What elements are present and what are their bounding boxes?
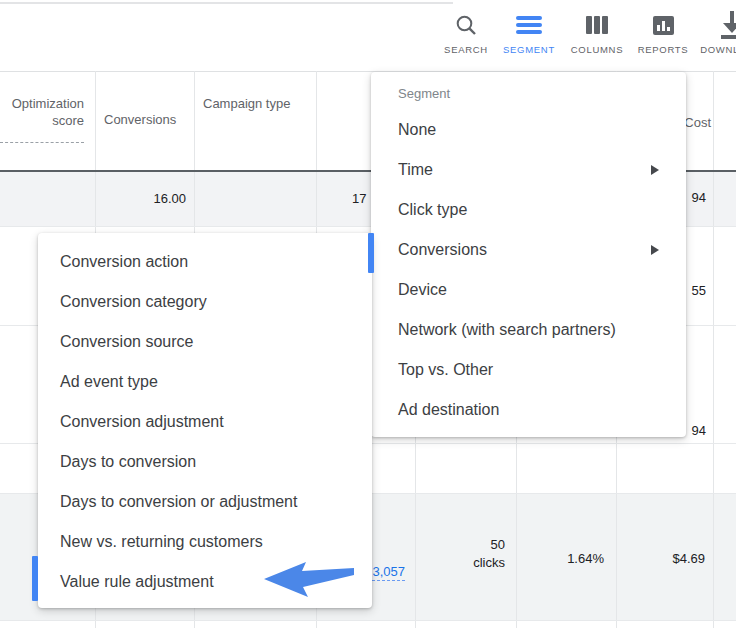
segment-label: SEGMENT — [503, 44, 555, 55]
columns-icon — [585, 10, 609, 40]
columns-label: COLUMNS — [571, 44, 623, 55]
ctr-cell: 1.64% — [516, 551, 604, 566]
submenu-item-conversion-action[interactable]: Conversion action — [38, 242, 372, 282]
search-label: SEARCH — [444, 44, 488, 55]
submenu-item-conversion-source[interactable]: Conversion source — [38, 322, 372, 362]
clicks-cell: 50clicks — [415, 536, 505, 572]
search-icon — [454, 10, 478, 40]
download-label: DOWNLOAD — [700, 44, 736, 55]
submenu-arrow-icon — [651, 245, 659, 255]
submenu-item-conversion-adjustment[interactable]: Conversion adjustment — [38, 402, 372, 442]
segment-item-top-vs-other[interactable]: Top vs. Other — [371, 350, 686, 390]
columns-button[interactable]: COLUMNS — [565, 10, 629, 55]
reports-button[interactable]: REPORTS — [631, 10, 695, 55]
submenu-item-days-to-conversion-or-adjustment[interactable]: Days to conversion or adjustment — [38, 482, 372, 522]
google-ads-table-screen: SEARCH SEGMENT COLUMNS REPORTS DOWNLOAD — [0, 0, 736, 628]
submenu-item-new-vs-returning-customers[interactable]: New vs. returning customers — [38, 522, 372, 562]
segment-item-conversions[interactable]: Conversions — [371, 230, 686, 270]
row-border — [0, 620, 736, 621]
column-header-campaign-type[interactable]: Campaign type — [203, 95, 295, 112]
submenu-item-ad-event-type[interactable]: Ad event type — [38, 362, 372, 402]
download-button[interactable]: DOWNLOAD — [699, 10, 736, 55]
segment-item-device[interactable]: Device — [371, 270, 686, 310]
segment-menu: Segment None Time Click type Conversions… — [371, 72, 686, 437]
avg-cpc-cell: $4.69 — [616, 551, 705, 566]
segment-button[interactable]: SEGMENT — [497, 10, 561, 55]
total-conversions-value: 16.00 — [95, 191, 186, 206]
conversions-submenu: Conversion action Conversion category Co… — [38, 233, 372, 608]
segment-item-network[interactable]: Network (with search partners) — [371, 310, 686, 350]
annotation-arrow-icon — [262, 560, 356, 600]
reports-icon — [653, 10, 674, 40]
submenu-item-conversion-category[interactable]: Conversion category — [38, 282, 372, 322]
column-border — [713, 71, 714, 628]
total-col4-value-fragment: 17 — [352, 191, 366, 206]
submenu-scrollbar-thumb[interactable] — [32, 556, 38, 601]
column-header-optimization-score[interactable]: Optimization score — [0, 95, 84, 129]
submenu-arrow-icon — [651, 165, 659, 175]
optimization-score-dashed-underline — [0, 141, 84, 143]
reports-label: REPORTS — [638, 44, 689, 55]
segment-item-time[interactable]: Time — [371, 150, 686, 190]
segment-icon — [516, 10, 542, 40]
search-button[interactable]: SEARCH — [434, 10, 498, 55]
segment-item-none[interactable]: None — [371, 110, 686, 150]
segment-item-click-type[interactable]: Click type — [371, 190, 686, 230]
submenu-item-days-to-conversion[interactable]: Days to conversion — [38, 442, 372, 482]
download-icon — [718, 10, 736, 40]
column-header-conversions[interactable]: Conversions — [104, 111, 183, 128]
segment-menu-title: Segment — [371, 72, 686, 110]
segment-item-ad-destination[interactable]: Ad destination — [371, 390, 686, 430]
top-divider — [0, 2, 453, 4]
segment-menu-scrollbar-thumb[interactable] — [368, 233, 374, 273]
